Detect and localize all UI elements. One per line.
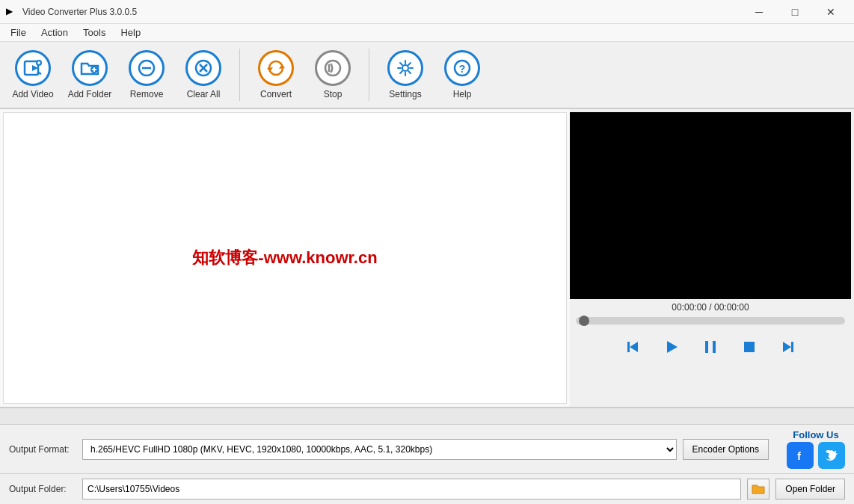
title-bar: ▶ Video Converter Plus 3.0.0.5 ─ □ ✕: [0, 0, 854, 24]
overall-progress-section: [0, 408, 854, 425]
stop-label: Stop: [324, 89, 342, 99]
svg-marker-16: [267, 67, 273, 72]
menu-file[interactable]: File: [3, 25, 34, 40]
watermark-text: 知软博客-www.knowr.cn: [192, 247, 377, 269]
svg-marker-24: [667, 341, 678, 353]
bottom-bar: Output Format: h.265/HEVC FullHD 1080p (…: [0, 407, 854, 504]
encoder-options-button[interactable]: Encoder Options: [683, 439, 769, 460]
svg-rect-26: [713, 341, 716, 353]
toolbar-separator-2: [369, 49, 369, 101]
output-format-select[interactable]: h.265/HEVC FullHD 1080p (MKV, HEVC, 1920…: [82, 439, 677, 460]
add-video-label: Add Video: [12, 89, 53, 99]
menu-action[interactable]: Action: [34, 25, 76, 40]
video-preview: [570, 112, 851, 299]
bottom-content: Output Format: h.265/HEVC FullHD 1080p (…: [0, 425, 854, 504]
settings-icon: [387, 50, 423, 86]
svg-point-19: [402, 65, 408, 71]
remove-icon: [129, 50, 165, 86]
main-content: 知软博客-www.knowr.cn 00:00:00 / 00:00:00: [0, 109, 854, 407]
browse-folder-button[interactable]: [747, 479, 769, 500]
stop-button[interactable]: Stop: [306, 45, 360, 105]
progress-bar[interactable]: [576, 317, 845, 325]
menu-help[interactable]: Help: [113, 25, 148, 40]
follow-us-label: Follow Us: [793, 429, 838, 440]
player-controls: [570, 326, 851, 368]
maximize-button[interactable]: □: [778, 0, 812, 24]
output-folder-section: Output Folder: Open Folder: [0, 474, 854, 504]
help-button[interactable]: ? Help: [435, 45, 489, 105]
menu-tools[interactable]: Tools: [76, 25, 113, 40]
convert-button[interactable]: Convert: [249, 45, 303, 105]
minimize-button[interactable]: ─: [742, 0, 776, 24]
output-format-section: Output Format: h.265/HEVC FullHD 1080p (…: [0, 425, 854, 474]
toolbar-separator-1: [239, 49, 240, 101]
svg-rect-25: [705, 341, 708, 353]
add-folder-icon: [72, 50, 108, 86]
app-icon: ▶: [6, 6, 18, 18]
svg-rect-27: [744, 342, 755, 352]
progress-bar-container: [570, 316, 851, 326]
menu-bar: File Action Tools Help: [0, 24, 854, 42]
toolbar: Add Video Add Folder Remove: [0, 42, 854, 109]
help-icon: ?: [444, 50, 480, 86]
twitter-icon[interactable]: [818, 442, 845, 469]
clear-all-label: Clear All: [187, 89, 221, 99]
stop-icon: [315, 50, 351, 86]
time-display: 00:00:00 / 00:00:00: [570, 299, 851, 316]
facebook-icon[interactable]: f: [787, 442, 814, 469]
svg-text:?: ?: [459, 63, 466, 75]
add-folder-label: Add Folder: [68, 89, 112, 99]
pause-button[interactable]: [695, 332, 725, 362]
help-label: Help: [453, 89, 472, 99]
convert-icon: [258, 50, 294, 86]
svg-rect-23: [627, 342, 630, 352]
output-folder-label: Output Folder:: [9, 484, 76, 494]
clear-all-icon: [185, 50, 221, 86]
file-list-area[interactable]: 知软博客-www.knowr.cn: [3, 112, 567, 404]
svg-marker-22: [630, 342, 638, 352]
close-button[interactable]: ✕: [814, 0, 848, 24]
stop-player-button[interactable]: [734, 332, 764, 362]
preview-panel: 00:00:00 / 00:00:00: [570, 109, 854, 407]
add-video-button[interactable]: Add Video: [6, 45, 60, 105]
clear-all-button[interactable]: Clear All: [176, 45, 230, 105]
skip-forward-button[interactable]: [773, 332, 803, 362]
play-button[interactable]: [657, 332, 686, 362]
progress-thumb[interactable]: [579, 316, 589, 326]
output-format-label: Output Format:: [9, 444, 76, 455]
add-folder-button[interactable]: Add Folder: [63, 45, 117, 105]
output-folder-input[interactable]: [82, 479, 741, 500]
open-folder-button[interactable]: Open Folder: [775, 479, 845, 500]
skip-back-button[interactable]: [618, 332, 648, 362]
add-video-icon: [15, 50, 51, 86]
convert-label: Convert: [260, 89, 292, 99]
remove-button[interactable]: Remove: [120, 45, 173, 105]
window-controls: ─ □ ✕: [742, 0, 848, 24]
remove-label: Remove: [130, 89, 164, 99]
title-text: Video Converter Plus 3.0.0.5: [22, 7, 742, 17]
settings-button[interactable]: Settings: [378, 45, 432, 105]
svg-text:f: f: [797, 449, 802, 462]
svg-marker-28: [783, 342, 791, 352]
settings-label: Settings: [389, 89, 421, 99]
svg-rect-29: [791, 342, 793, 352]
